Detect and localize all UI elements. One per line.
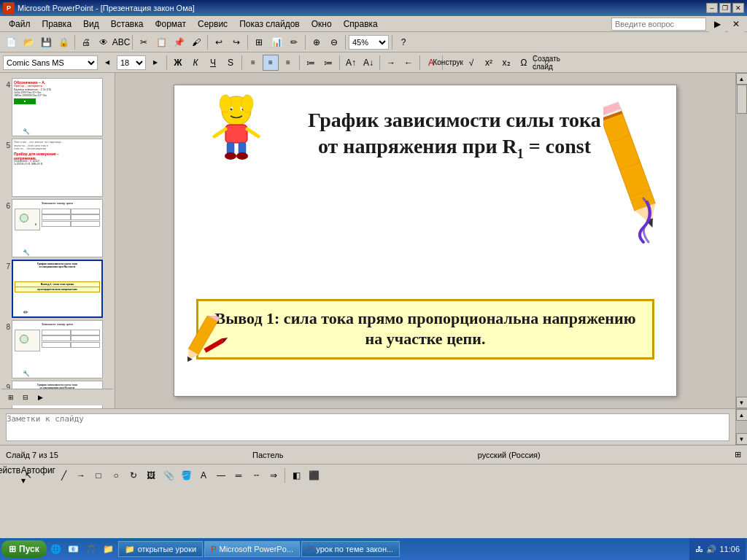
decrease-indent-button[interactable]: ← — [400, 55, 417, 71]
oval-button[interactable]: ○ — [108, 467, 124, 483]
format-painter-button[interactable]: 🖌 — [188, 34, 204, 50]
conclusion-box[interactable]: Вывод 1: сила тока прямо пропорциональна… — [196, 299, 654, 359]
close-help-button[interactable]: ✕ — [728, 16, 744, 32]
menu-insert[interactable]: Вставка — [105, 18, 150, 31]
bullets-button[interactable]: ≔ — [303, 55, 319, 71]
slideshow-button[interactable]: ▶ — [34, 391, 47, 404]
cut-button[interactable]: ✂ — [136, 34, 152, 50]
menu-file[interactable]: Файл — [3, 18, 36, 31]
quicklaunch-mail[interactable]: 📧 — [66, 541, 82, 557]
font-select[interactable]: Comic Sans MS — [3, 55, 98, 70]
superscript-button[interactable]: x² — [481, 55, 497, 71]
new-button[interactable]: 📄 — [3, 34, 19, 50]
taskbar-item-open-urok[interactable]: 📁 открытые уроки — [118, 541, 203, 557]
fill-color-button[interactable]: 🪣 — [178, 467, 194, 483]
quicklaunch-extra[interactable]: 📁 — [101, 541, 117, 557]
taskbar-item-urok-zakon[interactable]: P урок по теме закон... — [301, 541, 400, 557]
menu-help[interactable]: Справка — [338, 18, 384, 31]
scrollbar-thumb[interactable] — [737, 85, 747, 114]
scroll-down-button[interactable]: ▼ — [736, 397, 748, 408]
save-button[interactable]: 💾 — [38, 34, 54, 50]
slide-panel[interactable]: 4 Обозначение – А. Прибор – амперметр. Е… — [0, 73, 115, 408]
notes-scroll-down[interactable]: ▼ — [736, 433, 748, 445]
minimize-button[interactable]: – — [706, 3, 718, 13]
quicklaunch-ie[interactable]: 🌐 — [48, 541, 64, 557]
constructor-button[interactable]: Конструктор — [446, 55, 462, 71]
insert-clip-button[interactable]: 📎 — [160, 467, 177, 483]
taskbar-item-powerpoint[interactable]: P Microsoft PowerPo... — [204, 541, 300, 557]
insert-chart-button[interactable]: 📊 — [268, 34, 285, 50]
copy-button[interactable]: 📋 — [153, 34, 169, 50]
slide-sorter-button[interactable]: ⊟ — [19, 391, 32, 404]
font-color-btn2[interactable]: A — [196, 467, 212, 483]
create-slide-button[interactable]: Создать слайд — [538, 55, 554, 71]
arrow-style-button[interactable]: ⇒ — [266, 467, 282, 483]
3d-button[interactable]: ⬛ — [306, 467, 322, 483]
autoshapes-button[interactable]: Автофигуры ▾ — [38, 467, 54, 483]
insert-table-button[interactable]: ⊞ — [251, 34, 267, 50]
align-left-button[interactable]: ≡ — [245, 55, 261, 71]
omega-button[interactable]: Ω — [516, 55, 532, 71]
numbering-button[interactable]: ≔ — [320, 55, 336, 71]
notes-scrollbar[interactable]: ▲ ▼ — [735, 409, 747, 445]
slide-thumb-6[interactable]: 6 Запишите схему цепи A — [1, 199, 113, 257]
open-button[interactable]: 📂 — [20, 34, 36, 50]
help-button[interactable]: ? — [395, 34, 411, 50]
spellcheck-button[interactable]: ABC — [113, 34, 129, 50]
notes-scrollbar-track[interactable] — [736, 421, 748, 433]
menu-service[interactable]: Сервис — [192, 18, 233, 31]
rotate-button[interactable]: ↻ — [125, 467, 142, 483]
menu-window[interactable]: Окно — [306, 18, 338, 31]
slide-thumb-7[interactable]: 7 График зависимости силы тока от напряж… — [1, 260, 113, 318]
zoom-select[interactable]: 45%50%75%100% — [349, 35, 389, 50]
notes-textarea[interactable] — [6, 413, 729, 441]
menu-view[interactable]: Вид — [77, 18, 105, 31]
subscript-button[interactable]: x₂ — [498, 55, 514, 71]
align-right-button[interactable]: ≡ — [280, 55, 296, 71]
bold-button[interactable]: Ж — [170, 55, 186, 71]
slide-thumb-8[interactable]: 8 Запишите схему цепи — [1, 320, 113, 378]
underline-button[interactable]: Ч — [205, 55, 221, 71]
help-search-button[interactable]: ▶ — [709, 16, 725, 32]
line-color-button[interactable]: — — [213, 467, 229, 483]
right-scrollbar[interactable]: ▲ ▼ — [735, 73, 747, 408]
slide-canvas[interactable]: График зависимости силы тока от напряжен… — [174, 85, 677, 397]
font-size-down-button[interactable]: ◀ — [99, 55, 115, 71]
menu-format[interactable]: Формат — [149, 18, 192, 31]
sqrt-button[interactable]: √ — [463, 55, 479, 71]
rectangle-button[interactable]: □ — [90, 467, 107, 483]
scrollbar-track[interactable] — [736, 85, 748, 397]
start-button[interactable]: ⊞ Пуск — [1, 540, 47, 558]
line-style-button[interactable]: ═ — [231, 467, 247, 483]
slide-thumb-5[interactable]: 5 Она тока... это значит это единица... … — [1, 139, 113, 197]
line-button[interactable]: ╱ — [55, 467, 71, 483]
notes-scroll-up[interactable]: ▲ — [736, 409, 748, 421]
undo-button[interactable]: ↩ — [211, 34, 227, 50]
redo-button[interactable]: ↪ — [228, 34, 244, 50]
actions-button[interactable]: Действия ▾ — [3, 467, 19, 483]
help-search-input[interactable] — [611, 18, 706, 31]
print-button[interactable]: 🖨 — [78, 34, 94, 50]
strikethrough-button[interactable]: S — [222, 55, 239, 71]
scroll-up-button[interactable]: ▲ — [736, 73, 748, 85]
insert-image-button[interactable]: 🖼 — [143, 467, 159, 483]
italic-button[interactable]: К — [187, 55, 204, 71]
font-size-up-button[interactable]: ▶ — [147, 55, 163, 71]
font-size-select[interactable]: 18141620 — [117, 55, 146, 70]
dash-style-button[interactable]: ╌ — [248, 467, 264, 483]
slide-thumb-4[interactable]: 4 Обозначение – А. Прибор – амперметр. Е… — [1, 78, 113, 136]
decrease-font-button[interactable]: A↓ — [360, 55, 376, 71]
arrow-button[interactable]: → — [73, 467, 89, 483]
close-button[interactable]: ✕ — [732, 3, 744, 13]
permission-button[interactable]: 🔒 — [55, 34, 71, 50]
insert-drawing-button[interactable]: ✏ — [286, 34, 302, 50]
preview-button[interactable]: 👁 — [96, 34, 112, 50]
shadow-button[interactable]: ◧ — [288, 467, 304, 483]
restore-button[interactable]: ❐ — [719, 3, 731, 13]
paste-button[interactable]: 📌 — [171, 34, 187, 50]
align-center-button[interactable]: ≡ — [263, 55, 279, 71]
menu-slideshow[interactable]: Показ слайдов — [233, 18, 306, 31]
menu-edit[interactable]: Правка — [36, 18, 78, 31]
quicklaunch-media[interactable]: 🎵 — [83, 541, 99, 557]
expand-button[interactable]: ⊕ — [309, 34, 325, 50]
